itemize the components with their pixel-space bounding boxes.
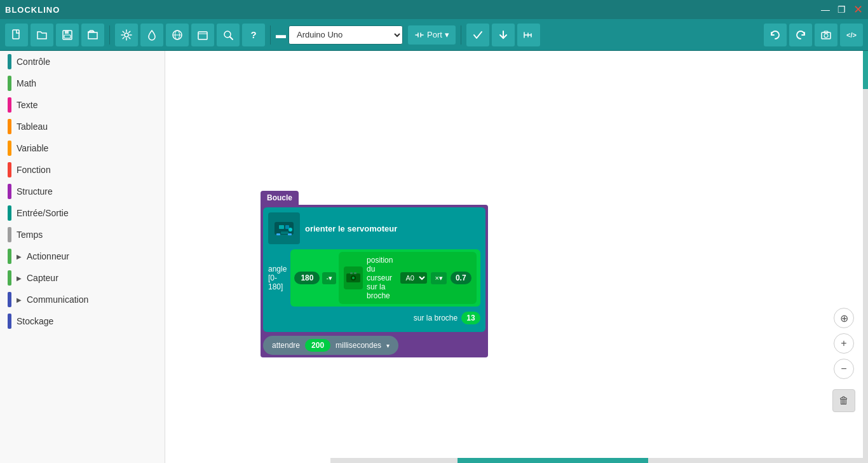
globe-button[interactable]	[166, 24, 189, 46]
zoom-in-button[interactable]: +	[834, 333, 854, 354]
settings-button[interactable]	[115, 24, 138, 46]
bottom-scrollbar[interactable]	[330, 458, 868, 463]
port-select-wrap: Port ▾	[408, 25, 456, 45]
color-bar-stockage	[8, 314, 11, 329]
color-bar-temps	[8, 227, 11, 242]
svg-point-18	[288, 228, 292, 232]
open-file-button[interactable]	[31, 24, 53, 46]
toolbar: ? ▬ Arduino Uno Port ▾ </>	[0, 19, 868, 51]
color-bar-variable	[8, 141, 11, 156]
sidebar-item-actionneur[interactable]: ▶ Actionneur	[0, 245, 165, 267]
sidebar-item-controle[interactable]: Contrôle	[0, 51, 165, 73]
right-scrollbar-thumb[interactable]	[863, 51, 868, 89]
sidebar-item-communication[interactable]: ▶ Communication	[0, 289, 165, 310]
sidebar-item-fonction[interactable]: Fonction	[0, 159, 165, 181]
upload-button[interactable]	[492, 24, 515, 46]
color-bar-capteur	[8, 270, 11, 286]
canvas-area[interactable]: Boucle	[165, 51, 868, 463]
board-select-wrap: ▬ Arduino Uno	[276, 25, 403, 45]
servo-header: orienter le servomoteur	[268, 212, 480, 244]
trash-button[interactable]: 🗑	[832, 389, 855, 412]
color-bar-actionneur	[8, 249, 11, 264]
right-scrollbar[interactable]	[863, 51, 868, 463]
color-bar-math	[8, 76, 11, 91]
sidebar-item-entree-sortie[interactable]: Entrée/Sortie	[0, 202, 165, 224]
minimize-button[interactable]: —	[821, 4, 830, 15]
bottom-scrollbar-thumb[interactable]	[458, 458, 648, 463]
sidebar-item-texte[interactable]: Texte	[0, 94, 165, 116]
angle-row: angle [0-180] 180 -▾	[268, 249, 480, 307]
toolbar-separator-2	[270, 25, 271, 45]
folder2-button[interactable]	[191, 24, 214, 46]
open-folder-button[interactable]	[81, 24, 104, 46]
sidebar-item-variable[interactable]: Variable	[0, 137, 165, 159]
app-title: BLOCKLINO	[5, 5, 60, 15]
titlebar: BLOCKLINO — ❐ ✕	[0, 0, 868, 19]
svg-rect-21	[288, 233, 292, 235]
toolbar-separator-3	[461, 25, 461, 45]
color-bar-structure	[8, 184, 11, 199]
color-bar-communication	[8, 292, 11, 307]
broche-row: sur la broche 13	[268, 312, 480, 324]
sidebar-item-temps[interactable]: Temps	[0, 224, 165, 245]
svg-rect-20	[276, 233, 280, 235]
attendre-unit: millisecondes	[336, 341, 381, 350]
color-bar-texte	[8, 97, 11, 113]
sidebar: Contrôle Math Texte Tableau Variable Fon…	[0, 51, 165, 463]
new-file-button[interactable]	[5, 24, 28, 46]
color-bar-tableau	[8, 119, 11, 134]
sidebar-item-tableau[interactable]: Tableau	[0, 116, 165, 137]
svg-rect-3	[64, 35, 71, 38]
close-button[interactable]: ✕	[853, 3, 863, 17]
svg-rect-0	[13, 30, 19, 39]
sensor-title: position du curseur sur la broche	[367, 256, 397, 300]
sidebar-item-math[interactable]: Math	[0, 73, 165, 94]
main-layout: Contrôle Math Texte Tableau Variable Fon…	[0, 51, 868, 463]
attendre-dropdown-icon: ▾	[386, 342, 390, 349]
servo-block[interactable]: orienter le servomoteur angle [0-180] 18…	[263, 207, 485, 332]
undo-button[interactable]	[764, 24, 787, 46]
boucle-block[interactable]: Boucle	[261, 191, 488, 357]
sidebar-item-stockage[interactable]: Stockage	[0, 310, 165, 332]
color-bar-entree-sortie	[8, 205, 11, 221]
broche-value: 13	[461, 312, 480, 324]
broche-label: sur la broche	[414, 314, 458, 322]
attendre-block[interactable]: attendre 200 millisecondes ▾	[263, 336, 398, 355]
sensor-block[interactable]: position du curseur sur la broche A0 A1 …	[339, 252, 477, 304]
serial-button[interactable]	[517, 24, 540, 46]
svg-rect-8	[198, 32, 207, 39]
zoom-out-button[interactable]: −	[834, 359, 854, 379]
toolbar-right: </>	[764, 24, 863, 46]
svg-rect-2	[65, 31, 69, 34]
window-controls: — ❐ ✕	[821, 3, 863, 17]
droplet-button[interactable]	[140, 24, 163, 46]
angle-value: 180	[294, 272, 320, 284]
sensor-multiplier: 0.7	[451, 272, 471, 284]
color-bar-controle	[8, 54, 11, 69]
op-minus-button[interactable]: -▾	[322, 272, 336, 284]
toolbar-separator-1	[109, 25, 110, 45]
canvas-controls: ⊕ + − 🗑	[832, 308, 855, 412]
code-button[interactable]: </>	[840, 24, 863, 46]
attendre-label: attendre	[272, 341, 300, 350]
save-file-button[interactable]	[56, 24, 79, 46]
port-button[interactable]: Port ▾	[408, 25, 456, 45]
sensor-op-button[interactable]: ×▾	[431, 272, 446, 284]
help-button[interactable]: ?	[242, 24, 265, 46]
sidebar-item-capteur[interactable]: ▶ Capteur	[0, 267, 165, 289]
boucle-label: Boucle	[261, 191, 299, 205]
search-button[interactable]	[217, 24, 240, 46]
maximize-button[interactable]: ❐	[837, 4, 846, 15]
crosshair-button[interactable]: ⊕	[834, 308, 854, 328]
screenshot-button[interactable]	[815, 24, 837, 46]
redo-button[interactable]	[789, 24, 812, 46]
sidebar-item-structure[interactable]: Structure	[0, 181, 165, 202]
board-select[interactable]: Arduino Uno	[288, 25, 403, 45]
svg-point-4	[125, 33, 128, 37]
sensor-pin-select[interactable]: A0 A1 A2	[400, 272, 427, 284]
verify-button[interactable]	[466, 24, 489, 46]
svg-line-10	[230, 37, 233, 39]
boucle-body: orienter le servomoteur angle [0-180] 18…	[261, 205, 488, 357]
svg-rect-17	[285, 225, 289, 229]
svg-point-13	[824, 34, 828, 38]
